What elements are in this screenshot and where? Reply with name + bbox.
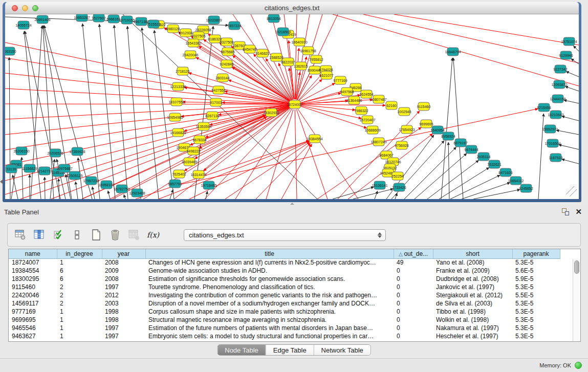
graph-node[interactable]: 9857791 xyxy=(168,180,182,188)
graph-node[interactable]: 12923468 xyxy=(129,189,145,197)
table-row[interactable]: 946554611997Estimation of the future num… xyxy=(9,324,572,332)
tab-network-table[interactable]: Network Table xyxy=(314,345,371,355)
graph-node[interactable]: 9498222 xyxy=(186,147,200,155)
table-row[interactable]: 1830029562008Estimation of significance … xyxy=(9,275,572,283)
close-panel-icon[interactable]: ✕ xyxy=(575,208,582,215)
scrollbar-thumb[interactable] xyxy=(574,260,579,274)
graph-node[interactable]: 1621077 xyxy=(319,71,333,79)
table-mode-icon[interactable] xyxy=(14,228,27,242)
graph-node[interactable]: 16961758 xyxy=(300,47,316,55)
graph-node[interactable]: 10654112 xyxy=(508,177,524,185)
graph-node[interactable]: 1167533 xyxy=(549,154,563,162)
graph-node[interactable]: 7955812 xyxy=(309,55,323,63)
graph-node[interactable]: 16039469 xyxy=(181,158,197,166)
new-column-icon[interactable] xyxy=(90,228,103,242)
graph-node[interactable]: 16543382 xyxy=(185,39,201,47)
graph-node[interactable]: 12213338 xyxy=(170,82,186,91)
graph-node[interactable]: 7515522 xyxy=(146,20,160,28)
graph-node[interactable]: 19166825 xyxy=(170,128,186,137)
graph-node[interactable]: 8215958 xyxy=(537,103,551,112)
table-row[interactable]: 1938455462009Genome-wide association stu… xyxy=(9,267,572,275)
graph-node[interactable]: 9327508 xyxy=(220,38,233,46)
graph-node[interactable]: 17359928 xyxy=(69,147,85,156)
graph-node[interactable]: 16958107 xyxy=(98,181,114,189)
table-row[interactable]: 911546021997Tourette syndrome. Phenomeno… xyxy=(9,283,572,291)
graph-node[interactable]: 12142737 xyxy=(36,167,52,175)
graph-node[interactable]: 19384554 xyxy=(307,135,322,143)
graph-node[interactable]: 18724007 xyxy=(287,100,302,108)
graph-node[interactable]: 19218506 xyxy=(275,28,291,36)
graph-node[interactable]: 9699695 xyxy=(419,120,433,128)
table-row[interactable]: 969969511998Structural magnetic resonanc… xyxy=(9,316,572,324)
window-titlebar[interactable]: citations_edges.txt xyxy=(5,2,579,14)
function-builder-icon[interactable]: f(x) xyxy=(146,228,160,242)
graph-node[interactable]: 10654985 xyxy=(167,113,183,121)
tab-node-table[interactable]: Node Table xyxy=(217,345,266,355)
graph-node[interactable]: 15720407 xyxy=(359,116,375,124)
graph-node[interactable]: 9245652 xyxy=(519,184,533,192)
graph-node[interactable]: 10807487 xyxy=(371,95,386,103)
graph-node[interactable]: 9115460 xyxy=(417,102,431,111)
sidebar-collapse-arrow-icon[interactable] xyxy=(0,179,3,184)
graph-node[interactable]: 9756928 xyxy=(395,141,408,149)
graph-node[interactable]: 1733426 xyxy=(392,183,406,191)
graph-node[interactable]: 30975887 xyxy=(56,164,72,172)
graph-node[interactable]: 917003 xyxy=(210,98,222,106)
column-header-short[interactable]: short xyxy=(433,249,512,258)
graph-node[interactable]: 8958924 xyxy=(441,132,455,140)
graph-node[interactable]: 10653287 xyxy=(74,14,90,21)
table-row[interactable]: 977716911998Corpus callosum shape and si… xyxy=(9,308,572,316)
float-panel-icon[interactable] xyxy=(562,208,569,215)
graph-node[interactable]: 252254 xyxy=(391,172,403,180)
graph-node[interactable]: 15692971 xyxy=(542,125,558,133)
graph-node[interactable]: 18640910 xyxy=(291,38,307,46)
graph-node[interactable]: 33139 xyxy=(6,165,17,173)
graph-node[interactable]: 7632621 xyxy=(487,160,501,168)
column-header-year[interactable]: year xyxy=(102,249,145,258)
graph-node[interactable]: 8822037 xyxy=(281,58,295,66)
graph-node[interactable]: 1527602 xyxy=(92,14,105,22)
graph-node[interactable]: 21364486 xyxy=(346,96,362,104)
graph-node[interactable]: 8427552 xyxy=(211,86,225,94)
graph-node[interactable]: 2935114 xyxy=(477,152,491,161)
graph-node[interactable]: 12505125 xyxy=(67,171,82,180)
graph-node[interactable]: 11353594 xyxy=(196,122,212,130)
delete-column-icon[interactable] xyxy=(108,228,122,242)
column-header-in_degree[interactable]: in_degree xyxy=(57,249,102,258)
graph-node[interactable]: 6879197 xyxy=(453,139,467,147)
network-view-window[interactable]: citations_edges.txt 74638228960128891293… xyxy=(3,2,581,202)
graph-node[interactable]: 20206526 xyxy=(47,149,63,157)
graph-node[interactable]: 9474444 xyxy=(464,145,478,154)
graph-node[interactable]: 8960128 xyxy=(166,25,180,33)
graph-node[interactable]: 7625402 xyxy=(172,170,186,178)
graph-node[interactable]: 62160 xyxy=(386,101,397,110)
graph-node[interactable]: 9129946 xyxy=(559,51,573,59)
graph-node[interactable]: 8912934 xyxy=(179,29,192,37)
graph-node[interactable]: 23302933 xyxy=(263,108,279,117)
graph-node[interactable]: 2063150 xyxy=(5,47,16,55)
graph-node[interactable]: 16033809 xyxy=(206,16,222,24)
table-row[interactable]: 2242004622012Investigating the contribut… xyxy=(9,291,572,299)
graph-node[interactable]: 11156829 xyxy=(22,164,37,172)
graph-node[interactable]: 8813054 xyxy=(267,14,280,23)
network-graph-canvas[interactable]: 7463822896012889129342322605893275051654… xyxy=(5,14,579,199)
graph-node[interactable]: 18107552 xyxy=(168,98,184,106)
graph-node[interactable]: 17957233 xyxy=(83,177,99,185)
graph-node[interactable]: 8454749 xyxy=(243,45,256,53)
graph-node[interactable]: 19718485 xyxy=(201,181,216,189)
graph-node[interactable]: 8471626 xyxy=(498,168,512,177)
graph-node[interactable]: 1362615 xyxy=(294,62,308,70)
graph-node[interactable]: 9146821 xyxy=(255,49,269,57)
graph-node[interactable]: 9497568 xyxy=(340,87,354,96)
graph-node[interactable]: 9242848 xyxy=(220,60,233,68)
tab-edge-table[interactable]: Edge Table xyxy=(266,345,314,355)
show-columns-icon[interactable] xyxy=(33,228,46,242)
graph-node[interactable]: 23420046 xyxy=(182,51,198,59)
column-header-pagerank[interactable]: pagerank xyxy=(512,249,560,258)
graph-node[interactable]: 20891406 xyxy=(34,15,50,24)
graph-node[interactable]: 2718126 xyxy=(176,67,189,75)
table-source-select[interactable]: citations_edges.txt xyxy=(184,229,386,241)
graph-node[interactable]: 1002545 xyxy=(397,107,411,116)
column-header-title[interactable]: title xyxy=(145,249,394,258)
merge-rows-icon[interactable] xyxy=(71,228,84,242)
